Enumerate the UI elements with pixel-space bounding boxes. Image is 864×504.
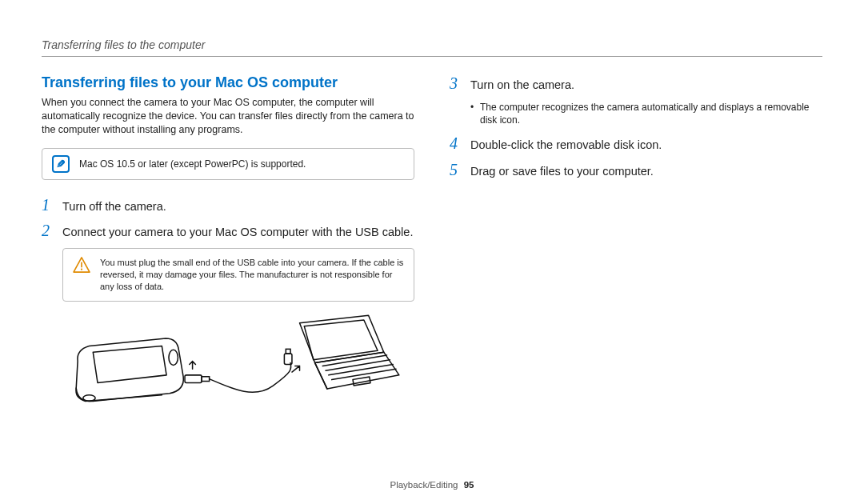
svg-rect-7 [286, 349, 290, 354]
step-text: Drag or save files to your computer. [470, 164, 654, 179]
section-intro: When you connect the camera to your Mac … [42, 96, 414, 137]
step-text: Double-click the removable disk icon. [470, 138, 662, 153]
step-number: 1 [42, 196, 54, 214]
left-column: Transferring files to your Mac OS comput… [42, 74, 414, 433]
step-text: Turn on the camera. [470, 78, 574, 93]
section-title: Transferring files to your Mac OS comput… [42, 74, 414, 91]
footer-section: Playback/Editing [390, 480, 458, 490]
note-box: Mac OS 10.5 or later (except PowerPC) is… [42, 148, 414, 180]
connection-illustration [62, 313, 414, 433]
step-4: 4 Double-click the removable disk icon. [450, 134, 822, 153]
svg-line-9 [326, 360, 390, 370]
step-5: 5 Drag or save files to your computer. [450, 161, 822, 179]
svg-line-10 [329, 364, 393, 374]
step-number: 5 [450, 161, 462, 178]
note-text: Mac OS 10.5 or later (except PowerPC) is… [79, 158, 306, 170]
step-number: 2 [42, 222, 54, 239]
step-number: 3 [450, 74, 462, 92]
content-columns: Transferring files to your Mac OS comput… [42, 74, 822, 433]
step-text: Connect your camera to your Mac OS compu… [62, 225, 413, 240]
page-number: 95 [464, 480, 474, 490]
running-header: Transferring files to the computer [42, 38, 822, 57]
warning-text: You must plug the small end of the USB c… [100, 257, 404, 293]
step-3: 3 Turn on the camera. [450, 74, 822, 93]
step-3-sub: The computer recognizes the camera autom… [470, 101, 822, 126]
step-1: 1 Turn off the camera. [42, 196, 414, 214]
step-number: 4 [450, 134, 462, 152]
svg-point-1 [81, 269, 82, 270]
step-text: Turn off the camera. [62, 199, 166, 214]
warning-box: You must plug the small end of the USB c… [62, 248, 414, 302]
step-2: 2 Connect your camera to your Mac OS com… [42, 222, 414, 240]
page-footer: Playback/Editing 95 [0, 480, 864, 490]
step-3-bullet: The computer recognizes the camera autom… [470, 101, 822, 126]
svg-rect-4 [185, 375, 202, 383]
svg-point-2 [169, 350, 178, 365]
svg-rect-5 [202, 377, 210, 382]
right-column: 3 Turn on the camera. The computer recog… [450, 74, 822, 433]
note-icon [52, 155, 70, 173]
warning-icon [73, 257, 90, 273]
